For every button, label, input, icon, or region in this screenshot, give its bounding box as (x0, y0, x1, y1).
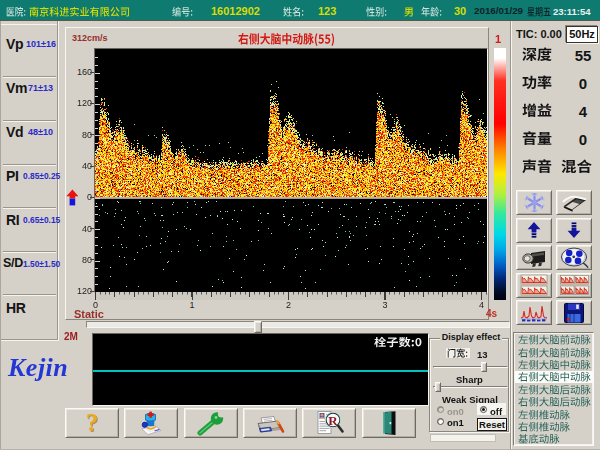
svg-text:?: ? (86, 410, 99, 436)
svg-text:R: R (328, 413, 338, 428)
